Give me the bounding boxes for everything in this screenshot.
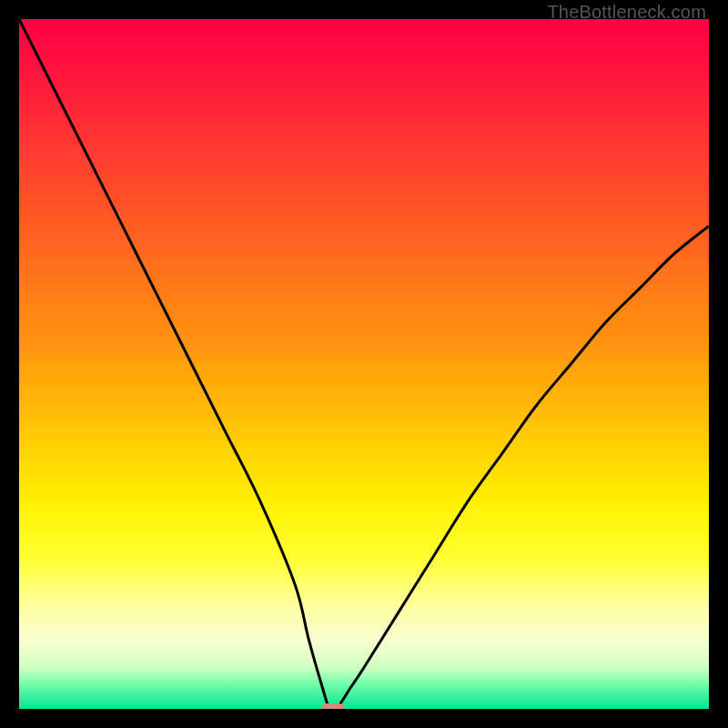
bottleneck-curve xyxy=(19,19,709,709)
plot-area xyxy=(19,19,709,709)
watermark-text: TheBottleneck.com xyxy=(547,2,706,23)
bottleneck-marker xyxy=(321,703,345,709)
